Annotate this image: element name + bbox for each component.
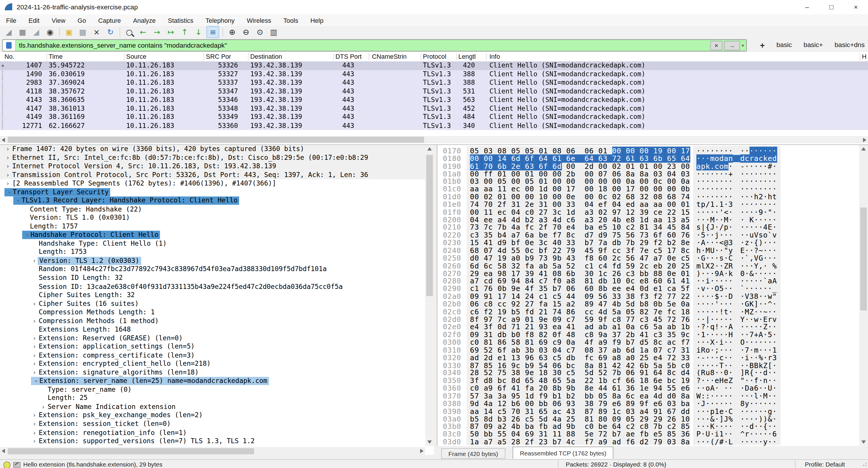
hex-row[interactable]: 03a0b5 8d b3 26 c5 5d 4a 25 81 80 09 05 …: [437, 415, 860, 423]
hex-ascii[interactable]: ···p1e·C······g·: [696, 408, 777, 415]
hex-ascii[interactable]: ···(/#·L·····y··: [696, 438, 777, 446]
hex-row[interactable]: 037057 3a 3a 95 1d f9 b1 b2 bb 05 8a 6c …: [437, 392, 860, 400]
column-header-dts-port[interactable]: DTS Port: [336, 53, 362, 60]
scroll-right-icon[interactable]: [420, 449, 424, 453]
hex-bytes[interactable]: 00 ff 01 00 01 00 00 2b 00 07 06 8a 8a 0…: [470, 170, 690, 178]
detail-line[interactable]: ›Extension: renegotiation_info (len=1): [0, 429, 434, 437]
hex-row[interactable]: 0220c3 35 b4 a7 6a be f7 8c d7 d9 75 56 …: [437, 231, 860, 239]
hex-ascii[interactable]: tp/1.1·3········: [696, 201, 777, 208]
hex-row[interactable]: 03503f d8 bc 8d 65 48 65 5a 22 1b cf 66 …: [437, 377, 860, 384]
menu-go[interactable]: Go: [71, 14, 92, 26]
hex-ascii[interactable]: ·······+········: [696, 170, 777, 178]
detail-line[interactable]: Compression Methods Length: 1: [0, 308, 434, 317]
column-header-source[interactable]: Source: [126, 53, 147, 60]
collapse-chevron-icon[interactable]: ›: [5, 189, 13, 196]
hex-ascii[interactable]: )···9A·k0·&·····: [696, 270, 777, 277]
detail-line[interactable]: ›Extension: compress_certificate (len=3): [0, 351, 434, 360]
zoom-original-icon[interactable]: ⊙: [254, 27, 266, 38]
hex-ascii[interactable]: ?···eHeZ"··f·n··: [696, 377, 777, 384]
hex-bytes[interactable]: 3f d8 bc 8d 65 48 65 5a 22 1b cf 66 18 6…: [470, 377, 690, 384]
hex-ascii[interactable]: ················: [696, 147, 777, 155]
hex-ascii[interactable]: ·?·q!··A·····Z··: [696, 323, 777, 331]
expand-chevron-icon[interactable]: ›: [31, 360, 38, 368]
hex-bytes[interactable]: ad 2d e1 13 96 63 c5 db fc 69 a8 a0 25 e…: [470, 354, 690, 362]
hex-ascii[interactable]: ····$··D·V38··w": [696, 293, 777, 300]
stop-capture-icon[interactable]: ■: [17, 27, 28, 38]
detail-line[interactable]: ›Compression Methods (1 method): [0, 317, 434, 325]
filter-apply-button[interactable]: →: [724, 41, 740, 50]
hex-ascii[interactable]: ················: [696, 178, 777, 186]
detail-line[interactable]: ›[2 Reassembled TCP Segments (1762 bytes…: [0, 179, 434, 188]
tab-reassembled-tcp-1762-bytes-[interactable]: Reassembled TCP (1762 bytes): [513, 447, 614, 459]
hex-row[interactable]: 0360c0 a9 6f 41 fa 20 8b 9b 8e 44 61 36 …: [437, 385, 860, 392]
scroll-down-icon[interactable]: [427, 440, 432, 444]
hex-row[interactable]: 023015 41 d9 bf 0e 3c 40 33 b7 7a db 7b …: [437, 239, 860, 247]
hex-bytes[interactable]: 1a a7 a5 28 2f 23 b7 4c f7 a9 ad f6 d2 7…: [470, 438, 690, 446]
filter-bookmark-icon[interactable]: [3, 40, 16, 51]
hex-row[interactable]: 02f009 31 db b0 f8 82 0f 48 c8 9a 37 2b …: [437, 331, 860, 339]
packet-row[interactable]: 1277162.16662710.11.26.18353360193.42.38…: [0, 122, 868, 130]
column-separator[interactable]: [456, 53, 457, 60]
detail-line[interactable]: Cipher Suites Length: 32: [0, 291, 434, 300]
hex-row[interactable]: 01c0aa aa 11 ec 00 1d 00 17 00 18 00 17 …: [437, 186, 860, 193]
detail-line[interactable]: ›Cipher Suites (16 suites): [0, 300, 434, 308]
menu-file[interactable]: File: [0, 14, 23, 26]
hex-bytes[interactable]: 00 11 ec 04 c0 27 3c 1d a3 02 97 12 39 c…: [470, 209, 690, 216]
hex-bytes[interactable]: c0 a9 6f 41 fa 20 8b 9b 8e 44 61 36 1e 9…: [470, 385, 690, 392]
hex-bytes[interactable]: 9d 4a 12 b6 00 bb 06 93 38 79 e6 89 9f e…: [470, 400, 690, 408]
hex-ascii[interactable]: ·-···c···i··%·r3: [696, 354, 777, 362]
detail-line[interactable]: ›Ethernet II, Src: Intel_ce:fc:8b (d0:57…: [0, 154, 434, 162]
hex-ascii[interactable]: ···modandcracked: [696, 155, 777, 162]
goto-packet-icon[interactable]: ↦: [165, 27, 177, 38]
column-header-src-por[interactable]: SRC Por: [206, 53, 231, 60]
hex-bytes[interactable]: 06 c8 cc 92 27 fa 15 a2 89 47 4b 5d b8 0…: [470, 300, 690, 308]
column-header-h[interactable]: H: [862, 53, 867, 60]
packet-row[interactable]: 414738.36101310.11.26.18353348193.42.38.…: [0, 104, 868, 113]
column-header-protocol[interactable]: Protocol: [423, 53, 446, 60]
collapse-chevron-icon[interactable]: ›: [23, 232, 31, 239]
hex-bytes[interactable]: 87 85 16 9c b9 54 06 bc 8a 81 42 42 6b 5…: [470, 362, 690, 369]
hex-ascii[interactable]: ·····'<·····9·"·: [696, 209, 777, 216]
filter-add-button[interactable]: +: [760, 40, 765, 50]
hex-row[interactable]: 02e0e4 3f 0d 71 21 93 ea 41 ad ab a1 0a …: [437, 323, 860, 331]
previous-packet-icon[interactable]: ←: [137, 27, 149, 38]
filter-clear-button[interactable]: ×: [710, 41, 722, 50]
capture-options-icon[interactable]: ◉: [44, 27, 56, 38]
hex-bytes[interactable]: aa 14 c5 70 31 65 ac 43 87 89 1c 03 a4 9…: [470, 408, 690, 415]
scroll-left-icon[interactable]: [2, 449, 5, 453]
auto-scroll-icon[interactable]: ≡: [207, 26, 219, 38]
detail-line[interactable]: ›Extension: session_ticket (len=0): [0, 420, 434, 429]
collapse-chevron-icon[interactable]: ›: [32, 378, 40, 385]
scroll-up-icon[interactable]: [427, 147, 432, 151]
menu-telephony[interactable]: Telephony: [199, 14, 241, 26]
hex-row[interactable]: 017005 03 08 05 05 01 08 06 06 01 00 00 …: [437, 147, 860, 155]
expand-chevron-icon[interactable]: ›: [31, 368, 38, 377]
hex-row[interactable]: 031069 52 6f ab 3b 03 04 c7 08 37 ab 6d …: [437, 346, 860, 354]
expand-chevron-icon[interactable]: ›: [31, 317, 38, 325]
column-separator[interactable]: [486, 53, 487, 60]
hex-ascii[interactable]: P·U·i1··^r·····6: [696, 431, 777, 438]
detail-line[interactable]: Version: TLS 1.0 (0x0301): [0, 214, 434, 222]
hex-row[interactable]: 019061 70 6b 2e 63 6f 6d 00 2d 00 02 01 …: [437, 162, 860, 170]
expand-chevron-icon[interactable]: ›: [31, 420, 38, 429]
menu-capture[interactable]: Capture: [92, 14, 127, 26]
hex-ascii[interactable]: ···K······d··{··: [696, 423, 777, 431]
hex-row[interactable]: 03b087 09 a2 4b ba fb ad 9b c0 be 64 c2 …: [437, 423, 860, 431]
hex-bytes[interactable]: 87 09 a2 4b ba fb ad 9b c0 be 64 c2 c8 7…: [470, 423, 690, 431]
hex-row[interactable]: 03c050 bb 55 04 69 31 11 88 5e 72 b7 ae …: [437, 431, 860, 438]
expand-chevron-icon[interactable]: ›: [40, 403, 46, 411]
collapse-chevron-icon[interactable]: ›: [14, 197, 23, 204]
hex-vscrollbar[interactable]: [859, 145, 868, 446]
scroll-down-icon[interactable]: [861, 440, 866, 444]
expand-chevron-icon[interactable]: ›: [31, 351, 38, 360]
hex-bytes[interactable]: a7 cd 69 94 84 c7 f0 a8 81 db 10 0c e8 6…: [470, 278, 690, 285]
hex-bytes[interactable]: 73 7c 7b 4a fc 2f 70 e4 ba e5 10 c2 81 3…: [470, 224, 690, 231]
column-separator[interactable]: [124, 53, 124, 60]
menu-statistics[interactable]: Statistics: [162, 14, 199, 26]
detail-line[interactable]: Random: 01f484c27fbc23d77892c7943c838967…: [0, 265, 434, 274]
scrollbar-thumb[interactable]: [860, 208, 867, 310]
expand-chevron-icon[interactable]: ›: [4, 145, 11, 153]
detail-line[interactable]: ›Internet Protocol Version 4, Src: 10.11…: [0, 162, 434, 170]
hex-ascii[interactable]: ··oA· ···Da6··U·: [696, 385, 777, 392]
hex-bytes[interactable]: d0 47 19 a0 b9 73 9b 43 f8 60 2c 56 47 a…: [470, 254, 690, 262]
